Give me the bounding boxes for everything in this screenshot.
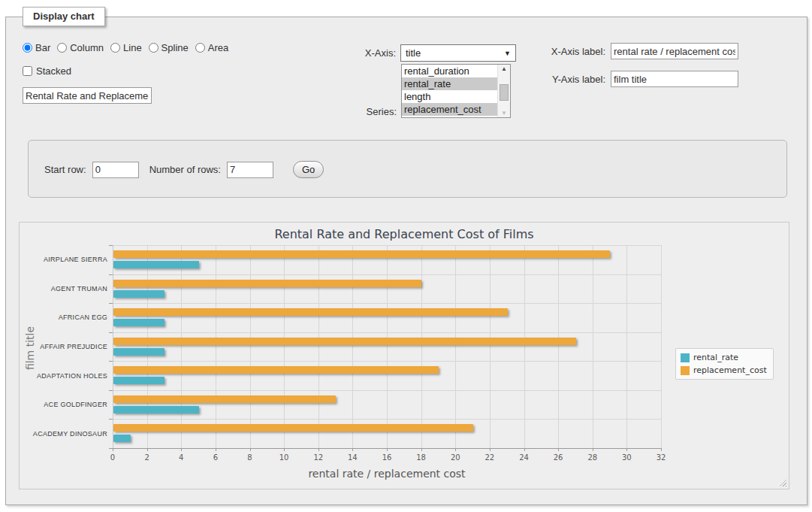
resize-grip-icon[interactable] bbox=[780, 480, 786, 486]
gridline bbox=[455, 245, 456, 448]
x-tick bbox=[524, 448, 525, 451]
rows-panel: Start row: Number of rows: Go bbox=[28, 140, 787, 198]
series-option-replacement_cost[interactable]: replacement_cost bbox=[402, 103, 498, 116]
chart-title-input[interactable] bbox=[23, 87, 152, 104]
gridline bbox=[490, 245, 491, 448]
gridline bbox=[113, 419, 661, 420]
x-tick-label: 16 bbox=[382, 453, 392, 462]
series-scrollbar[interactable]: ▲ ▼ bbox=[497, 65, 510, 117]
display-chart-fieldset: Display chart BarColumnLineSplineArea St… bbox=[5, 17, 807, 505]
x-axis-title: rental rate / replacement cost bbox=[113, 468, 661, 480]
x-tick bbox=[147, 448, 148, 451]
x-axis-label-input[interactable] bbox=[611, 43, 738, 59]
x-tick bbox=[250, 448, 251, 451]
y-axis-label-row: Y-Axis label: bbox=[532, 71, 738, 87]
category-label: ADAPTATION HOLES bbox=[20, 371, 107, 380]
legend-item-replacement_cost[interactable]: replacement_cost bbox=[681, 365, 767, 375]
bar-replacement_cost[interactable] bbox=[113, 395, 336, 403]
x-tick-label: 10 bbox=[279, 453, 289, 462]
x-tick bbox=[284, 448, 285, 451]
legend-label: rental_rate bbox=[693, 353, 738, 362]
chevron-down-icon: ▼ bbox=[504, 50, 511, 57]
x-tick-label: 32 bbox=[657, 453, 666, 462]
start-row-input[interactable] bbox=[92, 162, 139, 178]
x-tick bbox=[113, 448, 113, 451]
bar-rental_rate[interactable] bbox=[113, 377, 165, 384]
x-tick-label: 24 bbox=[519, 453, 529, 462]
chart-type-radio-spline[interactable] bbox=[149, 43, 158, 53]
category-label: AFRICAN EGG bbox=[20, 313, 107, 322]
scroll-up-icon[interactable]: ▲ bbox=[498, 65, 510, 72]
chart-type-label: Bar bbox=[35, 42, 50, 53]
chart-type-radio-area[interactable] bbox=[195, 43, 205, 53]
gridline bbox=[147, 245, 148, 448]
y-tick bbox=[109, 390, 113, 391]
scroll-down-icon[interactable]: ▼ bbox=[498, 110, 510, 117]
y-tick bbox=[109, 448, 113, 449]
x-tick bbox=[318, 448, 319, 451]
category-label: ACADEMY DINOSAUR bbox=[20, 429, 107, 438]
bar-rental_rate[interactable] bbox=[113, 261, 199, 268]
chart-type-option-column: Column bbox=[57, 42, 104, 53]
bar-rental_rate[interactable] bbox=[113, 435, 131, 442]
x-tick bbox=[626, 448, 627, 451]
x-tick-label: 8 bbox=[247, 453, 252, 462]
chart-title: Rental Rate and Replacement Cost of Film… bbox=[20, 227, 789, 241]
category-label: ACE GOLDFINGER bbox=[20, 400, 107, 409]
gridline bbox=[113, 332, 661, 333]
x-tick-label: 14 bbox=[348, 453, 358, 462]
stacked-label: Stacked bbox=[36, 65, 71, 77]
x-tick-label: 28 bbox=[587, 453, 597, 462]
x-tick bbox=[593, 448, 593, 451]
gridline bbox=[524, 245, 525, 448]
bar-replacement_cost[interactable] bbox=[113, 424, 473, 432]
bar-rental_rate[interactable] bbox=[113, 348, 165, 356]
legend-label: replacement_cost bbox=[693, 365, 767, 375]
series-option-rental_duration[interactable]: rental_duration bbox=[402, 65, 498, 77]
chart-type-label: Line bbox=[123, 42, 142, 53]
chart-type-radio-bar[interactable] bbox=[23, 43, 32, 53]
number-of-rows-label: Number of rows: bbox=[149, 164, 221, 175]
bar-rental_rate[interactable] bbox=[113, 319, 165, 326]
y-axis-label-label: Y-Axis label: bbox=[532, 74, 605, 85]
x-tick-label: 2 bbox=[144, 453, 149, 462]
series-label: Series: bbox=[344, 106, 397, 117]
bar-replacement_cost[interactable] bbox=[113, 338, 576, 345]
series-option-rental_rate[interactable]: rental_rate bbox=[402, 77, 498, 90]
chart-type-radio-line[interactable] bbox=[110, 43, 120, 53]
gridline bbox=[113, 274, 661, 275]
x-tick bbox=[421, 448, 422, 451]
legend-item-rental_rate[interactable]: rental_rate bbox=[681, 353, 767, 362]
x-tick bbox=[661, 448, 662, 451]
y-tick bbox=[109, 245, 113, 246]
number-of-rows-input[interactable] bbox=[227, 162, 273, 178]
gridline bbox=[626, 245, 627, 448]
bar-replacement_cost[interactable] bbox=[113, 250, 610, 258]
chart: Rental Rate and Replacement Cost of Film… bbox=[19, 222, 789, 489]
chart-type-label: Column bbox=[70, 42, 104, 53]
bar-replacement_cost[interactable] bbox=[113, 280, 421, 287]
gridline bbox=[421, 245, 422, 448]
chart-type-option-area: Area bbox=[195, 42, 228, 53]
chart-type-label: Area bbox=[208, 42, 228, 53]
go-button[interactable]: Go bbox=[293, 161, 324, 178]
x-axis-select[interactable]: title ▼ bbox=[400, 44, 516, 62]
y-tick bbox=[109, 303, 113, 304]
y-axis-label-input[interactable] bbox=[611, 71, 738, 87]
chart-type-radio-column[interactable] bbox=[57, 43, 67, 53]
chart-type-label: Spline bbox=[161, 42, 189, 53]
scrollbar-thumb[interactable] bbox=[500, 84, 509, 101]
gridline bbox=[387, 245, 388, 448]
bar-rental_rate[interactable] bbox=[113, 290, 165, 298]
legend-swatch-rental_rate bbox=[681, 353, 690, 362]
stacked-checkbox[interactable] bbox=[23, 66, 32, 76]
gridline bbox=[352, 245, 353, 448]
bar-replacement_cost[interactable] bbox=[113, 366, 439, 374]
bar-replacement_cost[interactable] bbox=[113, 308, 508, 316]
series-option-length[interactable]: length bbox=[402, 90, 498, 103]
x-axis-label-label: X-Axis label: bbox=[532, 46, 605, 57]
series-listbox[interactable]: rental_durationrental_ratelengthreplacem… bbox=[401, 64, 511, 118]
x-tick bbox=[216, 448, 216, 451]
gridline bbox=[113, 361, 661, 362]
bar-rental_rate[interactable] bbox=[113, 406, 199, 414]
